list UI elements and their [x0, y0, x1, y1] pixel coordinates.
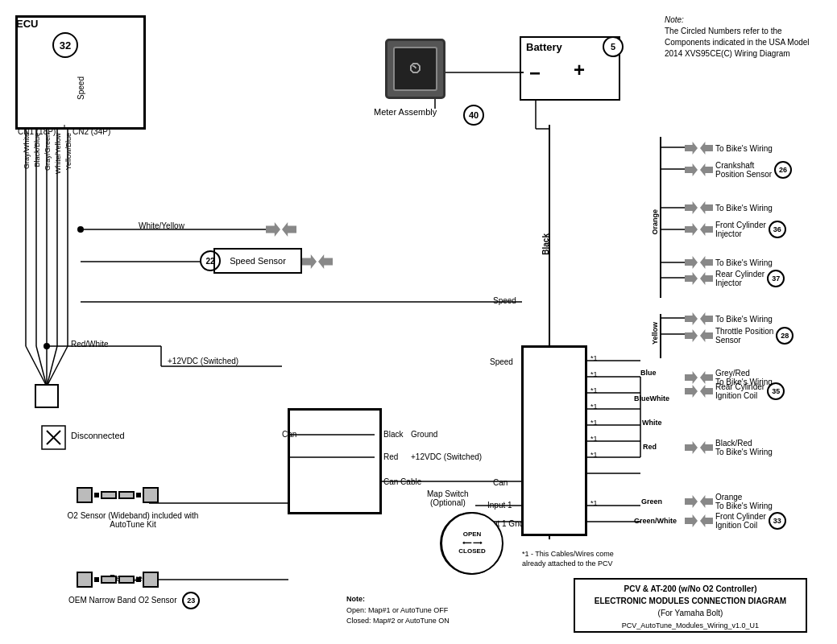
note-text: The Circled Numbers refer to the Compone… — [665, 27, 810, 58]
wire-yellow-blue: Yellow/Blue — [64, 133, 73, 170]
meter-box: ⏲ — [385, 39, 445, 99]
red-bus-label: Red — [643, 443, 657, 451]
meter-number: 40 — [463, 105, 484, 126]
arrow-r-10 — [685, 385, 698, 398]
o2-sq2 — [101, 491, 117, 499]
oem-line1 — [94, 577, 99, 582]
svg-line-8 — [26, 346, 47, 386]
circle-36: 36 — [769, 221, 786, 238]
circle-26: 26 — [774, 161, 792, 179]
wire-white-yellow: White/Yellow — [54, 133, 62, 174]
arrow-r-7 — [685, 312, 698, 325]
ecu-number: 32 — [52, 32, 78, 58]
label-13: Front CylinderIgnition Coil — [715, 512, 766, 530]
o2-connector — [77, 487, 159, 503]
component-row-12: OrangeTo Bike's Wiring — [685, 493, 773, 510]
component-row-7: To Bike's Wiring — [685, 312, 773, 325]
plus12-switched-label: +12VDC (Switched) — [168, 357, 238, 365]
speed-sensor-label: Speed Sensor — [230, 256, 286, 266]
red-label: Red — [383, 452, 398, 461]
oem-label: OEM Narrow Band O2 Sensor 23 — [68, 592, 200, 609]
arrow-r-5 — [685, 256, 698, 269]
connector-arrow-right — [266, 222, 280, 237]
oem-sq1 — [77, 572, 93, 588]
svg-line-62 — [47, 431, 60, 444]
map-switch-notes: Note: Open: Map#1 or AutoTune OFF Closed… — [346, 594, 450, 627]
o2-sq3 — [118, 491, 135, 499]
meter-display: ⏲ — [408, 60, 423, 77]
black-bus-label: Black — [541, 233, 550, 255]
ecu-box — [16, 16, 145, 129]
green-label: Green — [641, 497, 662, 506]
oem-sensor-area — [77, 572, 159, 588]
map-note-header: Note: — [346, 594, 450, 605]
map-note-closed: Closed: Map#2 or AutoTune ON — [346, 616, 450, 627]
bottom-version: PCV_AutoTune_Modules_Wiring_v1.0_U1 — [580, 621, 801, 632]
component-row-2: CrankshaftPosition Sensor 26 — [685, 161, 792, 179]
white-yellow-connector — [266, 222, 296, 237]
arrow-l-4 — [700, 223, 713, 236]
bottom-line1: PCV & AT-200 (w/No O2 Controller) — [580, 583, 801, 595]
arrow-r-1 — [685, 142, 698, 155]
battery-title: Battery — [526, 41, 562, 53]
star1-5: *1 — [590, 435, 598, 443]
o2-sq1 — [77, 487, 93, 503]
label-6: Rear CylinderInjector — [715, 270, 764, 287]
label-5: To Bike's Wiring — [715, 258, 773, 267]
svg-line-12 — [47, 346, 68, 386]
arrow-l-13 — [700, 514, 713, 527]
arrow-r-12 — [685, 495, 698, 508]
star1-text: This Cables/Wires come already attached … — [522, 550, 614, 568]
component-row-4: Front CylinderInjector 36 — [685, 221, 786, 238]
svg-line-11 — [47, 346, 57, 386]
blue-label: Blue — [640, 369, 657, 377]
wire-gray-white: Gray/White — [23, 133, 31, 169]
arrow-l-7 — [700, 312, 713, 325]
white-bus-label: White — [642, 419, 662, 427]
label-11: Black/RedTo Bike's Wiring — [715, 439, 773, 456]
component-row-10: Rear CylinderIgnition Coil 35 — [685, 382, 785, 400]
can-port-label: Can — [282, 430, 296, 439]
oem-sq3 — [118, 576, 135, 584]
speed-arrow-right — [302, 254, 317, 269]
label-2: CrankshaftPosition Sensor — [715, 161, 772, 179]
star1-note: *1 - This Cables/Wires come already atta… — [522, 550, 631, 568]
battery-plus: + — [574, 59, 585, 81]
note-prefix: Note: — [665, 15, 684, 24]
label-4: Front CylinderInjector — [715, 221, 766, 238]
battery-number: 5 — [603, 36, 624, 57]
circle-23: 23 — [182, 592, 200, 609]
arrow-r-3 — [685, 201, 698, 214]
speed-arrow-left — [318, 254, 333, 269]
speed-label-pcv: Speed — [493, 296, 516, 305]
oem-sq2 — [101, 576, 117, 584]
circle-35: 35 — [767, 382, 785, 400]
arrow-r-13 — [685, 514, 698, 527]
arrow-r-4 — [685, 223, 698, 236]
meter-inner: ⏲ — [393, 47, 437, 91]
star1-6: *1 — [590, 451, 598, 459]
label-10: Rear CylinderIgnition Coil — [715, 382, 764, 400]
connector-arrow-left — [282, 222, 296, 237]
o2-label: O2 Sensor (Wideband) included with AutoT… — [64, 511, 201, 529]
orange-bus-label: Orange — [651, 209, 659, 235]
arrow-r-8 — [685, 329, 698, 342]
oem-connector — [77, 572, 159, 588]
oem-sq4 — [143, 572, 159, 588]
green-white-label: Green/White — [634, 517, 677, 525]
arrow-r-11 — [685, 441, 698, 454]
white-yellow-horiz: White/Yellow — [139, 221, 184, 230]
red-white-label: Red/White — [71, 340, 109, 349]
yellow-bus-label: Yellow — [651, 322, 659, 345]
arrow-l-5 — [700, 256, 713, 269]
svg-rect-13 — [35, 385, 58, 407]
label-12: OrangeTo Bike's Wiring — [715, 493, 773, 510]
map-switch-inner: OPEN⟵ ⟶CLOSED — [458, 530, 485, 555]
o2-line1 — [94, 493, 99, 497]
svg-point-17 — [77, 226, 84, 233]
arrow-l-12 — [700, 495, 713, 508]
arrow-l-2 — [700, 163, 713, 176]
disconnected-label: Disconnected — [71, 431, 125, 440]
cn2-label: CN2 (34P) — [73, 127, 110, 136]
arrow-l-11 — [700, 441, 713, 454]
